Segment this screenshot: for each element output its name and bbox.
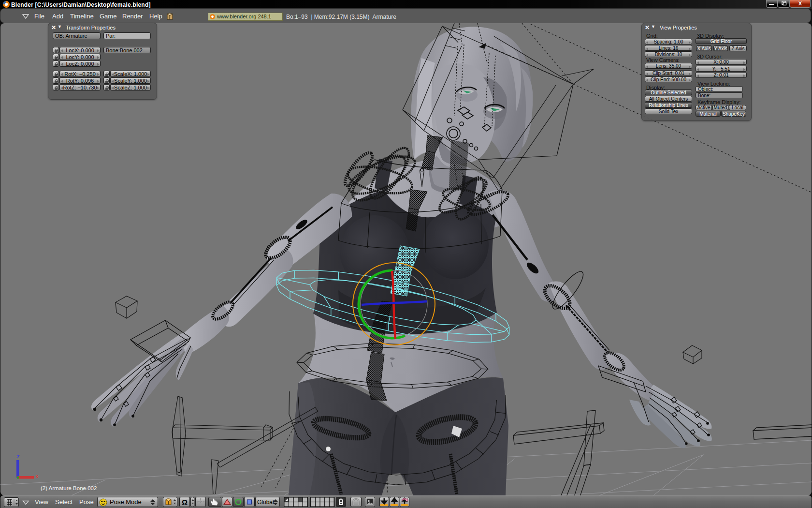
svg-text:(2) Armature Bone.002: (2) Armature Bone.002 xyxy=(41,485,97,491)
svg-text:x: x xyxy=(36,473,39,479)
svg-text:z: z xyxy=(17,453,20,459)
